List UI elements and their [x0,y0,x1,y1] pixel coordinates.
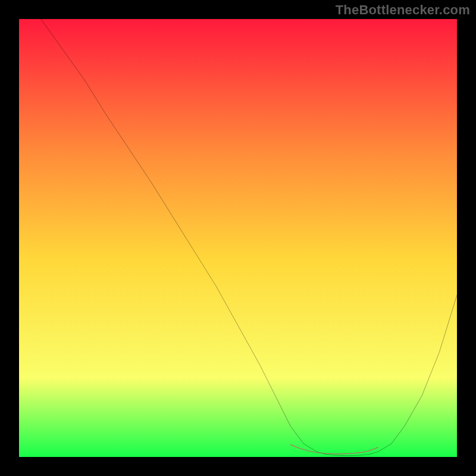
bottleneck-curve-chart [19,19,457,457]
chart-frame: { "watermark": "TheBottlenecker.com", "c… [0,0,476,476]
gradient-background [19,19,457,457]
watermark-label: TheBottlenecker.com [336,2,470,18]
